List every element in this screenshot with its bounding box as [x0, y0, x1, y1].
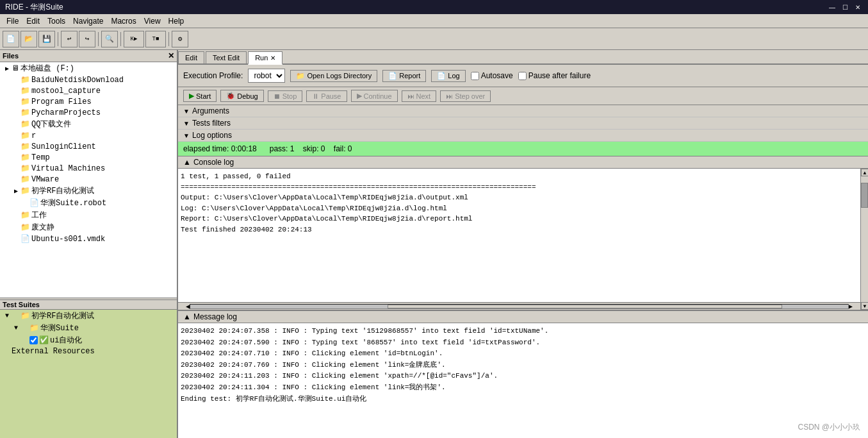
continue-button[interactable]: ▶ Continue	[351, 90, 398, 102]
files-close[interactable]: ✕	[168, 51, 174, 60]
toolbar-sep3	[120, 32, 121, 46]
close-button[interactable]: ✕	[853, 2, 863, 12]
step-over-button[interactable]: ⏭ Step over	[440, 90, 491, 102]
test-suites-tree[interactable]: ▼📁初学RF自动化测试▼📁华测Suite ✅ui自动化External Reso…	[0, 310, 177, 438]
menu-help[interactable]: Help	[165, 15, 188, 27]
toolbar-btn5[interactable]: ↪	[79, 31, 95, 47]
menu-view[interactable]: View	[140, 15, 165, 27]
autosave-checkbox-container[interactable]: Autosave	[471, 71, 513, 80]
menu-macros[interactable]: Macros	[107, 15, 140, 27]
maximize-button[interactable]: ☐	[840, 2, 850, 12]
toolbar-new[interactable]: 📄	[3, 31, 19, 47]
debug-button[interactable]: 🐞 Debug	[220, 90, 263, 102]
tests-filters-label: Tests filters	[192, 119, 231, 128]
scroll-track[interactable]	[190, 304, 849, 309]
message-header[interactable]: ▲ Message log	[178, 311, 868, 323]
tree-item[interactable]: 📄Ubuntu-s001.vmdk	[0, 233, 177, 244]
console-output[interactable]: 1 test, 1 passed, 0 failed==============…	[178, 169, 860, 302]
tree-item[interactable]: 📁Program Files	[0, 96, 177, 107]
open-logs-btn[interactable]: 📁 Open Logs Directory	[290, 70, 377, 82]
toolbar-open[interactable]: 📂	[20, 31, 37, 47]
message-output[interactable]: 20230402 20:24:07.358 : INFO : Typing te…	[178, 323, 868, 438]
item-label: ui自动化	[50, 335, 82, 346]
tree-item[interactable]: 📁工作	[0, 209, 177, 221]
menu-navigate[interactable]: Navigate	[69, 15, 107, 27]
tree-item[interactable]: 📁VMware	[0, 174, 177, 185]
vertical-scrollbar[interactable]: ▲ ▼	[860, 169, 868, 310]
scroll-thumb-v[interactable]	[861, 183, 868, 208]
tree-item[interactable]: 📁废文静	[0, 221, 177, 233]
item-icon: 📁	[29, 323, 39, 333]
item-icon: 📁	[20, 311, 30, 321]
tests-filters-section[interactable]: ▼ Tests filters	[178, 117, 868, 130]
pause-after-failure-label: Pause after failure	[528, 71, 591, 80]
item-label: PycharmProjects	[31, 108, 101, 117]
tab-text-edit[interactable]: Text Edit	[206, 51, 247, 63]
message-line: Ending test: 初学RF自动化测试.华测Suite.ui自动化	[181, 394, 865, 405]
profile-select[interactable]: robot	[248, 69, 285, 83]
tab-label: Edit	[185, 54, 197, 62]
tree-item[interactable]: 📁Virtual Machines	[0, 163, 177, 174]
toolbar-btn4[interactable]: ↩	[61, 31, 78, 47]
menu-edit[interactable]: Edit	[22, 15, 44, 27]
scroll-up[interactable]: ▲	[861, 169, 868, 176]
files-tree[interactable]: ▶🖥本地磁盘 (F:) 📁BaiduNetdiskDownload 📁mosto…	[0, 62, 177, 298]
pause-after-failure-container[interactable]: Pause after failure	[518, 71, 591, 80]
toolbar-save[interactable]: 💾	[38, 31, 55, 47]
horizontal-scrollbar[interactable]: ◀ ▶	[178, 302, 860, 310]
suite-tree-item[interactable]: ▼📁初学RF自动化测试	[0, 310, 177, 322]
arguments-arrow: ▼	[183, 108, 190, 115]
log-options-section[interactable]: ▼ Log options	[178, 130, 868, 142]
tree-item[interactable]: 📁PycharmProjects	[0, 107, 177, 118]
start-button[interactable]: ▶ Start	[183, 90, 217, 102]
item-icon: 🖥	[12, 63, 19, 73]
toolbar-settings[interactable]: ⚙	[172, 31, 188, 47]
stop-button[interactable]: ⏹ Stop	[268, 90, 303, 102]
item-label: 废文静	[31, 222, 54, 233]
autosave-checkbox[interactable]	[471, 72, 479, 80]
scroll-down[interactable]: ▼	[861, 302, 868, 310]
tab-close-icon[interactable]: ✕	[270, 55, 275, 62]
tree-item[interactable]: 📁BaiduNetdiskDownload	[0, 74, 177, 85]
suite-tree-item[interactable]: ✅ui自动化	[0, 334, 177, 346]
menu-file[interactable]: File	[3, 15, 22, 27]
report-icon: 📄	[388, 72, 397, 80]
pause-button[interactable]: ⏸ Pause	[306, 90, 347, 102]
item-icon: 📄	[20, 234, 30, 244]
menu-tools[interactable]: Tools	[44, 15, 69, 27]
scroll-thumb[interactable]	[388, 305, 782, 308]
tree-item[interactable]: 📁mostool_capture	[0, 85, 177, 96]
tree-item[interactable]: 📁QQ下载文件	[0, 118, 177, 130]
tree-item[interactable]: 📁SunloginClient	[0, 141, 177, 152]
tab-edit[interactable]: Edit	[178, 51, 204, 63]
console-header[interactable]: ▲ Console log	[178, 156, 868, 169]
arguments-section[interactable]: ▼ Arguments	[178, 105, 868, 117]
tab-run[interactable]: Run✕	[248, 51, 283, 65]
item-icon: 📄	[29, 198, 39, 208]
log-btn[interactable]: 📄 Log	[431, 70, 465, 82]
tree-item[interactable]: ▶🖥本地磁盘 (F:)	[0, 62, 177, 74]
external-resources[interactable]: External Resources	[0, 346, 177, 357]
item-label: mostool_capture	[31, 87, 101, 96]
toolbar-stop[interactable]: T■	[145, 31, 166, 47]
external-label: External Resources	[12, 347, 95, 356]
next-button[interactable]: ⏭ Next	[402, 90, 437, 102]
pause-after-failure-checkbox[interactable]	[518, 72, 527, 80]
tree-item[interactable]: 📄华测Suite.robot	[0, 197, 177, 209]
scroll-right[interactable]: ▶	[849, 303, 853, 310]
tree-item[interactable]: 📁Temp	[0, 152, 177, 163]
item-label: BaiduNetdiskDownload	[31, 76, 124, 85]
minimize-button[interactable]: —	[827, 2, 837, 12]
report-btn[interactable]: 📄 Report	[382, 70, 426, 82]
log-icon: 📄	[437, 72, 446, 80]
tree-item[interactable]: ▶📁初学RF自动化测试	[0, 185, 177, 197]
item-icon: 📁	[20, 164, 30, 173]
toolbar-run[interactable]: K▶	[124, 31, 144, 47]
tree-item[interactable]: 📁r	[0, 130, 177, 141]
suite-tree-item[interactable]: ▼📁华测Suite	[0, 322, 177, 334]
files-label: Files	[3, 52, 19, 60]
skip-label: skip: 0	[303, 144, 325, 153]
item-icon: 📁	[20, 108, 30, 117]
scroll-area[interactable]	[861, 176, 868, 302]
toolbar-search[interactable]: 🔍	[101, 31, 118, 47]
